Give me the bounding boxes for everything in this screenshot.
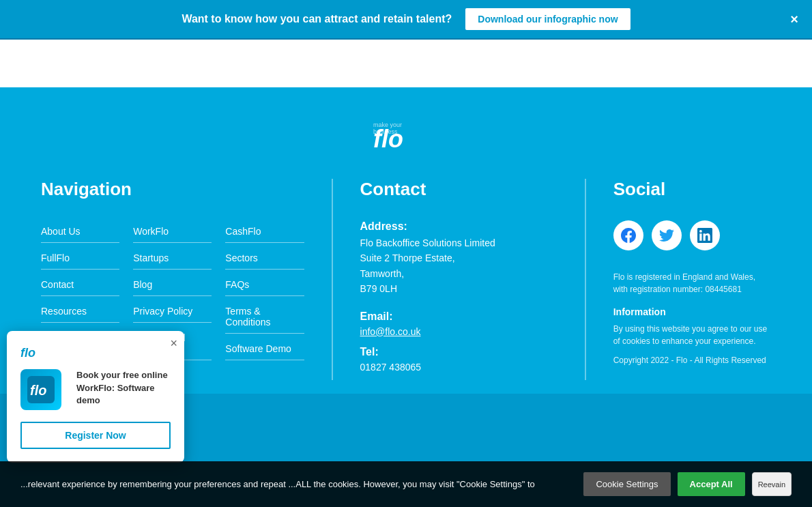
nav-col-3: CashFlo Sectors FAQs Terms & Conditions …	[225, 220, 304, 380]
nav-privacy-policy[interactable]: Privacy Policy	[133, 300, 212, 323]
navigation-heading: Navigation	[41, 179, 304, 200]
nav-blog[interactable]: Blog	[133, 274, 212, 296]
contact-email-block: Email: info@flo.co.uk	[360, 310, 557, 338]
book-demo-logo: flo	[20, 345, 171, 362]
footer-divider-2	[585, 179, 586, 380]
cookie-banner: ...relevant experience by remembering yo…	[0, 461, 812, 507]
nav-fullflo[interactable]: FullFlo	[41, 247, 119, 270]
nav-terms-conditions[interactable]: Terms & Conditions	[225, 300, 304, 334]
flo-logo[interactable]: make your business flo	[372, 115, 440, 151]
cookie-settings-button[interactable]: Cookie Settings	[583, 472, 670, 496]
address-label: Address:	[360, 220, 557, 233]
contact-heading: Contact	[360, 179, 557, 200]
nav-software-demo[interactable]: Software Demo	[225, 338, 304, 360]
social-heading: Social	[613, 179, 771, 200]
banner-close-button[interactable]: ×	[790, 12, 798, 27]
email-label: Email:	[360, 310, 557, 323]
nav-about-us[interactable]: About Us	[41, 220, 119, 243]
social-section: Social	[613, 179, 771, 380]
book-demo-close-button[interactable]: ×	[170, 336, 177, 351]
nav-workflo[interactable]: WorkFlo	[133, 220, 212, 243]
reevain-label: Reevain	[758, 480, 785, 489]
book-demo-popup: × flo flo Book your free online WorkFlo:…	[7, 331, 184, 463]
address-value: Flo Backoffice Solutions Limited Suite 2…	[360, 235, 557, 297]
logo-area: make your business flo	[41, 115, 771, 151]
white-strip	[0, 40, 812, 87]
svg-text:flo: flo	[30, 383, 46, 398]
nav-contact[interactable]: Contact	[41, 274, 119, 296]
reevain-badge: Reevain	[752, 472, 792, 496]
contact-address-block: Address: Flo Backoffice Solutions Limite…	[360, 220, 557, 297]
copyright-text: Copyright 2022 - Flo - All Rights Reserv…	[613, 356, 771, 365]
nav-cashflo[interactable]: CashFlo	[225, 220, 304, 243]
email-value[interactable]: info@flo.co.uk	[360, 326, 421, 337]
nav-resources[interactable]: Resources	[41, 300, 119, 323]
info-title: Information	[613, 306, 771, 317]
info-section: Flo is registered in England and Wales, …	[613, 271, 771, 365]
cookie-text: ...relevant experience by remembering yo…	[20, 479, 583, 489]
svg-text:flo: flo	[20, 346, 35, 360]
svg-text:flo: flo	[373, 125, 403, 149]
cookie-message: ...relevant experience by remembering yo…	[20, 479, 535, 489]
facebook-icon[interactable]	[613, 220, 643, 250]
nav-startups[interactable]: Startups	[133, 247, 212, 270]
nav-sectors[interactable]: Sectors	[225, 247, 304, 270]
nav-faqs[interactable]: FAQs	[225, 274, 304, 296]
banner-text: Want to know how you can attract and ret…	[182, 13, 452, 25]
info-registered-text: Flo is registered in England and Wales, …	[613, 271, 771, 295]
contact-section: Contact Address: Flo Backoffice Solution…	[360, 179, 557, 380]
tel-label: Tel:	[360, 346, 557, 358]
cookie-buttons: Cookie Settings Accept All Reevain	[583, 472, 792, 496]
twitter-icon[interactable]	[652, 220, 682, 250]
top-banner: Want to know how you can attract and ret…	[0, 0, 812, 40]
cookie-accept-button[interactable]: Accept All	[678, 472, 745, 496]
book-demo-title: Book your free online WorkFlo: Software …	[76, 369, 171, 407]
banner-download-button[interactable]: Download our infographic now	[465, 8, 630, 30]
book-demo-register-button[interactable]: Register Now	[20, 422, 171, 449]
info-legal-text: By using this website you agree to our u…	[613, 323, 771, 347]
book-demo-image: flo	[20, 369, 61, 410]
tel-value: 01827 438065	[360, 362, 422, 373]
footer-divider-1	[332, 179, 333, 380]
linkedin-icon[interactable]	[690, 220, 720, 250]
social-icons-group	[613, 220, 771, 250]
contact-tel-block: Tel: 01827 438065	[360, 346, 557, 373]
